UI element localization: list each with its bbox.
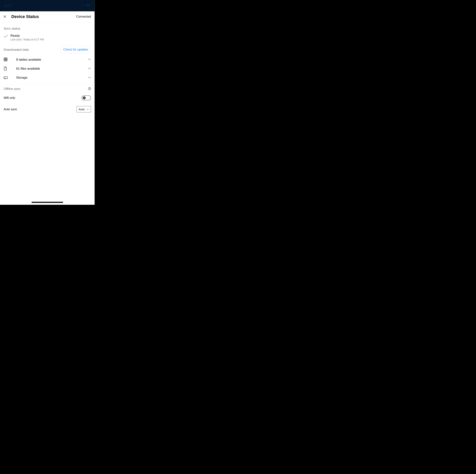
table-icon: [3, 57, 8, 61]
chevron-down-icon: [88, 77, 91, 78]
page-title: Device Status: [11, 14, 39, 19]
svg-rect-0: [78, 6, 78, 6]
check-icon: [3, 34, 8, 38]
svg-rect-13: [4, 77, 7, 79]
wifi-only-row: Wifi only: [3, 92, 91, 103]
close-icon: [3, 15, 6, 18]
chevron-down-icon: [88, 68, 91, 69]
header-left: Device Status: [3, 14, 39, 19]
svg-point-15: [5, 78, 5, 78]
files-row[interactable]: 61 files available: [3, 64, 91, 73]
svg-point-14: [4, 78, 5, 78]
svg-rect-4: [86, 4, 90, 6]
sync-status-row: Ready Last sync: Today at 6:27 PM: [3, 32, 91, 44]
status-time: 18:27: [4, 4, 12, 7]
help-icon: [88, 87, 91, 90]
svg-rect-8: [4, 58, 7, 61]
battery-icon: [86, 4, 91, 7]
tables-row[interactable]: 8 tables available: [3, 55, 91, 64]
offline-sync-header-row: Offline sync: [3, 84, 91, 92]
tables-row-left: 8 tables available: [3, 57, 41, 61]
svg-rect-2: [80, 5, 80, 6]
chevron-down-icon: [88, 58, 91, 60]
help-button[interactable]: [88, 87, 91, 90]
downloaded-data-header: Downloaded data: [3, 48, 29, 51]
connection-status: Connected: [76, 15, 91, 18]
home-indicator[interactable]: [32, 202, 63, 203]
chevron-down-icon: [87, 109, 89, 110]
toggle-knob: [83, 96, 86, 99]
auto-sync-value: Auto: [79, 108, 85, 111]
sync-info: Ready Last sync: Today at 6:27 PM: [11, 34, 44, 41]
last-sync-text: Last sync: Today at 6:27 PM: [11, 38, 44, 41]
auto-sync-dropdown[interactable]: Auto: [77, 106, 91, 113]
downloaded-data-header-row: Downloaded data Check for updates: [3, 44, 91, 55]
sync-status-section: Sync status Ready Last sync: Today at 6:…: [0, 23, 95, 44]
check-updates-button[interactable]: Check for updates: [60, 46, 91, 53]
svg-rect-5: [90, 5, 90, 6]
svg-rect-3: [80, 4, 81, 6]
page-header: Device Status Connected: [0, 11, 95, 23]
cellular-icon: [78, 4, 81, 7]
files-label: 61 files available: [16, 67, 40, 70]
file-icon: [3, 67, 8, 71]
svg-rect-1: [79, 5, 79, 7]
storage-icon: [3, 76, 8, 79]
auto-sync-label: Auto sync: [3, 107, 17, 111]
phone-screen: 18:27: [0, 0, 95, 205]
storage-label: Storage: [16, 76, 28, 79]
tables-label: 8 tables available: [16, 58, 41, 61]
storage-row-left: Storage: [3, 76, 27, 79]
close-button[interactable]: [3, 15, 6, 18]
storage-section-wrapper: Storage: [3, 73, 91, 84]
status-icons: [78, 4, 90, 7]
auto-sync-row: Auto sync Auto: [3, 103, 91, 115]
files-row-left: 61 files available: [3, 67, 40, 71]
sync-status-text: Ready: [11, 34, 44, 37]
storage-row[interactable]: Storage: [3, 73, 91, 82]
wifi-icon: [82, 4, 85, 7]
offline-sync-header: Offline sync: [3, 87, 20, 90]
sync-status-header: Sync status: [3, 23, 91, 32]
wifi-only-label: Wifi only: [3, 96, 15, 100]
status-bar: 18:27: [0, 0, 95, 11]
wifi-only-toggle[interactable]: [82, 96, 91, 100]
downloaded-data-section: Downloaded data Check for updates 8 tabl…: [0, 44, 95, 84]
offline-sync-section: Offline sync Wifi only Auto sync Auto: [0, 84, 95, 116]
